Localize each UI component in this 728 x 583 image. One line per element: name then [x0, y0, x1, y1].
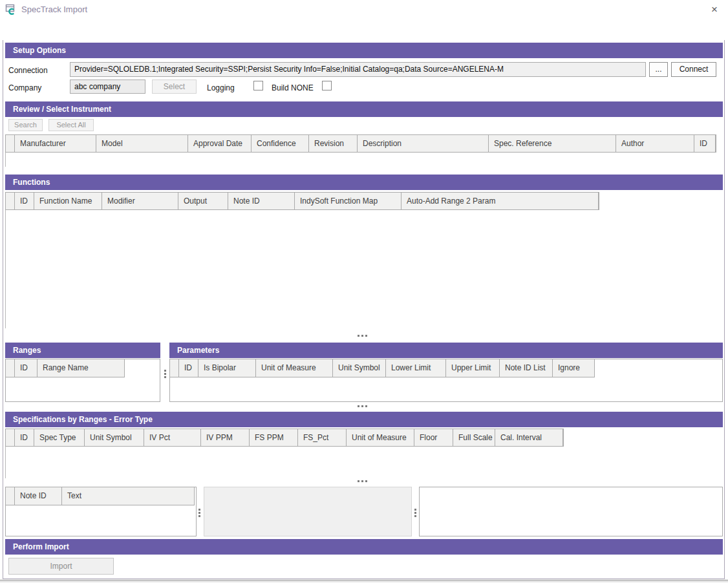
import-button[interactable]: Import: [8, 558, 114, 575]
column-header[interactable]: IV Pct: [144, 429, 201, 446]
logging-label: Logging: [207, 83, 235, 92]
section-header-specifications: Specifications by Ranges - Error Type: [5, 412, 723, 427]
column-header[interactable]: Modifier: [102, 193, 178, 209]
column-header[interactable]: Spec. Reference: [489, 135, 616, 152]
container-border-right: [724, 40, 725, 579]
ranges-table-header: IDRange Name: [6, 359, 160, 377]
section-header-parameters: Parameters: [169, 343, 723, 358]
column-header[interactable]: Cal. Interval: [495, 429, 563, 446]
connect-button[interactable]: Connect: [671, 62, 716, 77]
functions-table-body[interactable]: [5, 210, 714, 328]
column-header[interactable]: Spec Type: [34, 429, 85, 446]
section-header-setup-options: Setup Options: [5, 43, 723, 58]
column-header[interactable]: Floor: [414, 429, 453, 446]
horizontal-splitter-handle[interactable]: [358, 480, 367, 482]
column-header[interactable]: FS_Pct: [298, 429, 347, 446]
section-header-review-select-instrument: Review / Select Instrument: [5, 101, 723, 117]
section-header-perform-import: Perform Import: [5, 539, 723, 555]
column-header[interactable]: Full Scale: [453, 429, 495, 446]
column-header[interactable]: Ignore: [553, 359, 595, 377]
column-header[interactable]: Is Bipolar: [198, 359, 256, 377]
title-bar: SpecTrack Import ×: [0, 0, 728, 18]
container-border-left: [3, 40, 3, 579]
horizontal-splitter-handle[interactable]: [358, 335, 367, 337]
column-header[interactable]: Unit of Measure: [256, 359, 333, 377]
close-icon[interactable]: ×: [705, 2, 724, 17]
parameters-table[interactable]: IDIs BipolarUnit of MeasureUnit SymbolLo…: [169, 359, 723, 402]
app-icon: [5, 4, 16, 15]
window-title: SpecTrack Import: [21, 4, 87, 15]
select-all-button[interactable]: Select All: [48, 119, 94, 131]
company-label: Company: [8, 83, 41, 92]
logging-checkbox[interactable]: [253, 81, 263, 90]
browse-button[interactable]: ...: [649, 62, 668, 77]
connection-input[interactable]: Provider=SQLOLEDB.1;Integrated Security=…: [70, 62, 646, 77]
build-none-label: Build NONE: [272, 83, 314, 92]
vertical-splitter-handle[interactable]: [198, 509, 200, 517]
column-header[interactable]: ID: [15, 429, 34, 446]
column-header[interactable]: ID: [179, 359, 198, 377]
row-selector-header: [170, 359, 179, 377]
section-header-functions: Functions: [5, 175, 723, 190]
ranges-table[interactable]: IDRange Name: [5, 359, 160, 402]
column-header[interactable]: Note ID: [228, 193, 295, 209]
column-header[interactable]: Output: [178, 193, 228, 209]
column-header[interactable]: Text: [62, 487, 195, 505]
column-header[interactable]: Range Name: [37, 359, 125, 377]
vertical-splitter-handle[interactable]: [164, 370, 166, 378]
specifications-table-body[interactable]: [5, 447, 714, 478]
notes-table-header: Note IDText: [6, 487, 196, 505]
note-detail-panel[interactable]: [204, 487, 412, 536]
column-header[interactable]: Unit of Measure: [347, 429, 414, 446]
company-input[interactable]: abc company: [70, 80, 145, 94]
row-selector-header: [6, 487, 15, 505]
search-button[interactable]: Search: [8, 119, 43, 131]
column-header[interactable]: Unit Symbol: [85, 429, 144, 446]
note-text-panel[interactable]: [419, 487, 723, 536]
connection-label: Connection: [8, 66, 48, 75]
tab-strip: Import Split Spec. by Modifier: [0, 18, 728, 40]
column-header[interactable]: Author: [616, 135, 694, 152]
vertical-splitter-handle[interactable]: [414, 509, 416, 517]
horizontal-splitter-handle[interactable]: [358, 405, 367, 407]
column-header[interactable]: Note ID List: [500, 359, 553, 377]
row-selector-header: [6, 135, 15, 152]
container-border-bottom: [3, 578, 725, 579]
instruments-table-header: ManufacturerModelApproval DateConfidence…: [5, 134, 716, 153]
column-header[interactable]: Lower Limit: [386, 359, 446, 377]
column-header[interactable]: IV PPM: [201, 429, 250, 446]
column-header[interactable]: ID: [15, 359, 37, 377]
notes-table[interactable]: Note IDText: [5, 487, 197, 536]
row-selector-header: [6, 429, 15, 446]
section-header-ranges: Ranges: [5, 343, 160, 358]
window-shadow: [0, 580, 728, 582]
column-header[interactable]: Note ID: [15, 487, 62, 505]
row-selector-header: [6, 359, 15, 377]
column-header[interactable]: Unit Symbol: [333, 359, 386, 377]
column-header[interactable]: Auto-Add Range 2 Param: [401, 193, 599, 209]
column-header[interactable]: Function Name: [34, 193, 102, 209]
specifications-table-header: IDSpec TypeUnit SymbolIV PctIV PPMFS PPM…: [5, 429, 564, 447]
column-header[interactable]: ID: [15, 193, 34, 209]
select-company-button[interactable]: Select: [152, 80, 197, 94]
column-header[interactable]: Confidence: [252, 135, 309, 152]
build-none-checkbox[interactable]: [322, 81, 332, 90]
column-header[interactable]: Model: [96, 135, 188, 152]
column-header[interactable]: Upper Limit: [446, 359, 500, 377]
column-header[interactable]: IndySoft Function Map: [295, 193, 401, 209]
functions-table-header: IDFunction NameModifierOutputNote IDIndy…: [5, 192, 599, 210]
column-header[interactable]: ID: [694, 135, 716, 152]
parameters-table-header: IDIs BipolarUnit of MeasureUnit SymbolLo…: [170, 359, 722, 377]
row-selector-header: [6, 193, 15, 209]
column-header[interactable]: Manufacturer: [15, 135, 96, 152]
column-header[interactable]: Description: [358, 135, 489, 152]
column-header[interactable]: FS PPM: [250, 429, 298, 446]
column-header[interactable]: Approval Date: [188, 135, 252, 152]
instruments-table-body[interactable]: [5, 153, 714, 167]
column-header[interactable]: Revision: [309, 135, 358, 152]
